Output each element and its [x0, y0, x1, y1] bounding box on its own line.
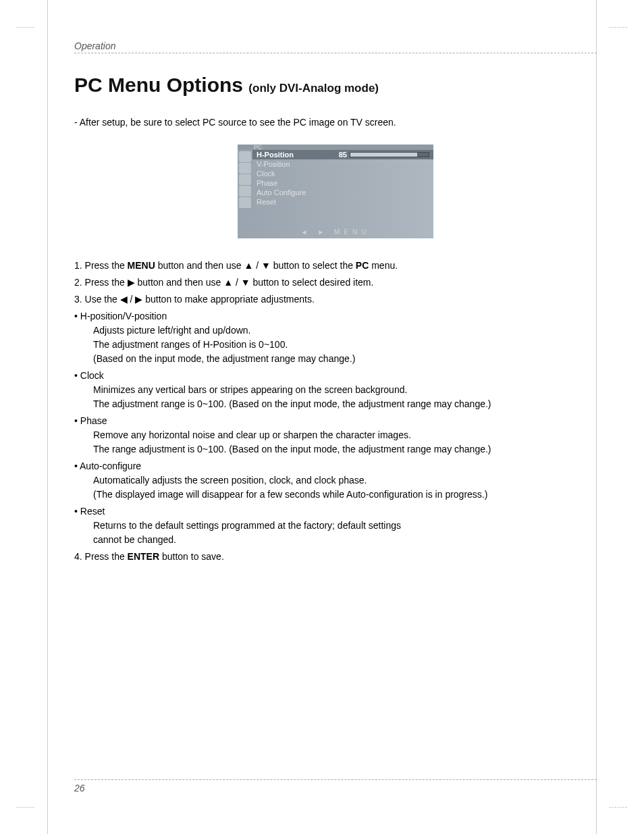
osd-screenshot: PC H-Position 85: [74, 145, 597, 238]
page-title: PC Menu Options (only DVI-Analog mode): [74, 74, 597, 97]
bullet-desc: Minimizes any vertical bars or stripes a…: [74, 383, 597, 397]
osd-item-value: 85: [331, 151, 350, 159]
instructions: 1. Press the MENU button and then use ▲ …: [74, 259, 597, 564]
bullet-hvposition: H-position/V-position Adjusts picture le…: [74, 309, 597, 366]
osd-icon: [239, 186, 251, 197]
corner-mark: -------: [16, 24, 35, 30]
osd-panel: PC H-Position 85: [238, 145, 433, 238]
osd-icon: [239, 163, 251, 174]
section-header: Operation: [74, 41, 597, 53]
bullet-title: H-position/V-position: [74, 309, 597, 323]
osd-icon: [239, 197, 251, 208]
intro-text: - After setup, be sure to select PC sour…: [74, 117, 597, 128]
bullet-reset: Reset Returns to the default settings pr…: [74, 504, 597, 547]
bullet-desc: The range adjustment is 0~100. (Based on…: [74, 442, 597, 457]
title-sub: (only DVI-Analog mode): [248, 82, 379, 95]
osd-icon: [239, 151, 251, 162]
osd-item: V-Position: [252, 159, 433, 169]
bullet-desc: Automatically adjusts the screen positio…: [74, 473, 597, 488]
step-3: 3. Use the ◀ / ▶ button to make appropri…: [74, 292, 597, 307]
osd-item-label: Auto Configure: [257, 188, 331, 197]
bullet-title: Auto-configure: [74, 459, 597, 473]
bullet-clock: Clock Minimizes any vertical bars or str…: [74, 369, 597, 411]
osd-footer: ◄ ► MENU: [238, 227, 433, 238]
osd-icon: [239, 174, 251, 185]
bullet-desc: (The displayed image will disappear for …: [74, 488, 597, 502]
page-edge: [47, 0, 48, 834]
title-main: PC Menu Options: [74, 74, 243, 96]
osd-item-selected: H-Position 85: [252, 150, 433, 159]
osd-icon-column: [238, 150, 252, 227]
osd-spacer: [252, 207, 433, 227]
bullet-phase: Phase Remove any horizontal noise and cl…: [74, 414, 597, 457]
bullet-title: Phase: [74, 414, 597, 428]
bullet-desc: The adjustment range is 0~100. (Based on…: [74, 397, 597, 411]
corner-mark: -------: [16, 804, 35, 810]
osd-slider: [350, 152, 429, 157]
osd-item-label: H-Position: [257, 151, 331, 159]
osd-body: H-Position 85 V-Position Clock Phase Aut…: [238, 150, 433, 227]
bullet-desc: cannot be changed.: [74, 533, 597, 547]
corner-mark: -------: [609, 24, 628, 30]
page-content: Operation PC Menu Options (only DVI-Anal…: [74, 41, 597, 793]
bullet-desc: Returns to the default settings programm…: [74, 519, 597, 533]
osd-item-label: Clock: [257, 170, 331, 178]
step-4: 4. Press the ENTER button to save.: [74, 550, 597, 564]
bullet-desc: Adjusts picture left/right and up/down.: [74, 323, 597, 338]
osd-item: Phase: [252, 178, 433, 188]
osd-item-label: Reset: [257, 198, 331, 206]
osd-slider-fill: [350, 153, 417, 157]
bullet-desc: (Based on the input mode, the adjustment…: [74, 352, 597, 366]
osd-item: Reset: [252, 197, 433, 207]
osd-item: Clock: [252, 169, 433, 178]
osd-item-label: V-Position: [257, 160, 331, 168]
step-1: 1. Press the MENU button and then use ▲ …: [74, 259, 597, 273]
page-scan: ------- ------- ------- ------- Operatio…: [0, 0, 644, 834]
corner-mark: -------: [609, 804, 628, 810]
bullet-autoconfigure: Auto-configure Automatically adjusts the…: [74, 459, 597, 502]
osd-menu: H-Position 85 V-Position Clock Phase Aut…: [252, 150, 433, 227]
bullet-title: Reset: [74, 504, 597, 519]
osd-tab: PC: [238, 145, 433, 150]
bullet-title: Clock: [74, 369, 597, 383]
bullet-desc: The adjustment ranges of H-Position is 0…: [74, 338, 597, 352]
bullet-desc: Remove any horizontal noise and clear up…: [74, 428, 597, 442]
page-footer: 26: [74, 779, 597, 793]
osd-item-label: Phase: [257, 179, 331, 187]
body: PC Menu Options (only DVI-Analog mode) -…: [74, 53, 597, 564]
osd-item: Auto Configure: [252, 188, 433, 197]
step-2: 2. Press the ▶ button and then use ▲ / ▼…: [74, 276, 597, 290]
page-number: 26: [74, 780, 597, 793]
